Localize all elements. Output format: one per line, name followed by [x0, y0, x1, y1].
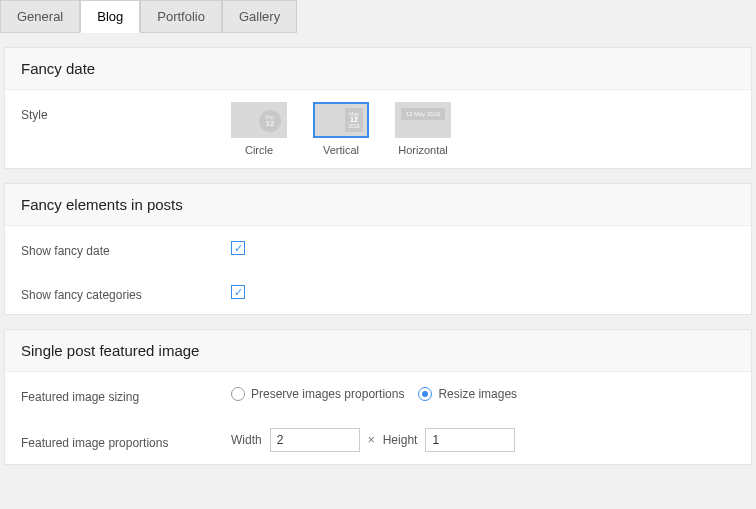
- tab-general[interactable]: General: [0, 0, 80, 33]
- style-option-vertical[interactable]: May122016 Vertical: [313, 102, 369, 156]
- height-input[interactable]: [425, 428, 515, 452]
- thumb-circle: May12: [231, 102, 287, 138]
- style-option-circle[interactable]: May12 Circle: [231, 102, 287, 156]
- thumb-horizontal: 12 May 2016: [395, 102, 451, 138]
- style-option-label: Horizontal: [395, 144, 451, 156]
- radio-icon: [418, 387, 432, 401]
- sizing-option-preserve[interactable]: Preserve images proportions: [231, 387, 404, 401]
- panel-fancy-date: Fancy date Style May12 Circle May122016 …: [4, 47, 752, 169]
- show-fancy-date-label: Show fancy date: [21, 238, 231, 258]
- radio-label: Preserve images proportions: [251, 387, 404, 401]
- radio-icon: [231, 387, 245, 401]
- panel-featured-image: Single post featured image Featured imag…: [4, 329, 752, 465]
- panel-title: Single post featured image: [5, 330, 751, 372]
- width-label: Width: [231, 433, 262, 447]
- panel-title: Fancy date: [5, 48, 751, 90]
- tab-portfolio[interactable]: Portfolio: [140, 0, 222, 33]
- radio-label: Resize images: [438, 387, 517, 401]
- show-fancy-date-checkbox[interactable]: [231, 241, 245, 255]
- style-options: May12 Circle May122016 Vertical 12 May 2…: [231, 102, 451, 156]
- style-label: Style: [21, 102, 231, 122]
- proportions-label: Featured image proportions: [21, 430, 231, 450]
- show-fancy-categories-checkbox[interactable]: [231, 285, 245, 299]
- panel-fancy-elements: Fancy elements in posts Show fancy date …: [4, 183, 752, 315]
- thumb-vertical: May122016: [313, 102, 369, 138]
- proportions-inputs: Width × Height: [231, 428, 515, 452]
- style-option-label: Vertical: [313, 144, 369, 156]
- style-option-horizontal[interactable]: 12 May 2016 Horizontal: [395, 102, 451, 156]
- panel-title: Fancy elements in posts: [5, 184, 751, 226]
- tab-blog[interactable]: Blog: [80, 0, 140, 33]
- sizing-label: Featured image sizing: [21, 384, 231, 404]
- width-input[interactable]: [270, 428, 360, 452]
- tab-gallery[interactable]: Gallery: [222, 0, 297, 33]
- height-label: Height: [383, 433, 418, 447]
- tabs-bar: General Blog Portfolio Gallery: [0, 0, 756, 33]
- sizing-radio-group: Preserve images proportions Resize image…: [231, 387, 517, 401]
- times-symbol: ×: [368, 433, 375, 447]
- style-option-label: Circle: [231, 144, 287, 156]
- show-fancy-categories-label: Show fancy categories: [21, 282, 231, 302]
- sizing-option-resize[interactable]: Resize images: [418, 387, 517, 401]
